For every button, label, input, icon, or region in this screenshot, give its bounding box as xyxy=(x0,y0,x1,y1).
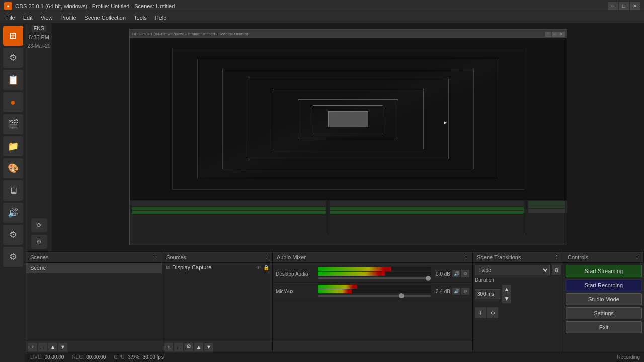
audio-mute-mic-btn[interactable]: 🔊 xyxy=(452,288,460,295)
transition-settings-btn[interactable]: ⚙ xyxy=(552,265,561,275)
menu-scene-collection[interactable]: Scene Collection xyxy=(80,12,130,23)
add-scene-btn[interactable]: + xyxy=(28,343,37,351)
menu-view[interactable]: View xyxy=(37,12,57,23)
source-name: Display Capture xyxy=(172,264,254,270)
recording-label: Recording xyxy=(617,354,640,360)
minimize-button[interactable]: ─ xyxy=(608,2,618,10)
audio-panel-menu[interactable]: ⋮ xyxy=(464,255,468,260)
source-settings-btn[interactable]: ⚙ xyxy=(184,343,193,351)
source-visibility-toggle[interactable]: 👁 xyxy=(256,265,261,270)
audio-track-desktop-label: Desktop Audio xyxy=(276,271,316,277)
audio-settings-mic-btn[interactable]: ⚙ xyxy=(461,288,469,295)
audio-track-desktop: Desktop Audio 0.0 dB xyxy=(273,265,472,283)
transitions-panel-menu[interactable]: ⋮ xyxy=(554,255,559,260)
menu-file[interactable]: File xyxy=(2,12,19,23)
audio-meter-desktop-left-fill xyxy=(318,267,391,271)
audio-settings-desktop-btn[interactable]: ⚙ xyxy=(461,270,469,277)
preview-area: OBS 25.0.1 (64-bit, windows) - Profile: … xyxy=(52,23,644,251)
menu-help[interactable]: Help xyxy=(151,12,171,23)
menu-edit[interactable]: Edit xyxy=(19,12,37,23)
sidebar-display[interactable]: 🖥 xyxy=(3,180,23,201)
sidebar-folder[interactable]: 📁 xyxy=(3,136,23,156)
cpu-status: CPU: 3.9%, 30.00 fps xyxy=(114,354,164,360)
transition-duration-input[interactable] xyxy=(475,289,500,299)
manage-transitions-btn[interactable]: ⚙ xyxy=(487,307,498,318)
sidebar-config[interactable]: ⚙ xyxy=(3,225,23,245)
sources-panel: 🖥 Display Capture 👁 🔒 + − ⚙ ▲ ▼ xyxy=(162,263,273,352)
source-item-display-capture[interactable]: 🖥 Display Capture 👁 🔒 xyxy=(162,263,272,272)
audio-meter-mic-right-fill xyxy=(318,289,352,293)
audio-volume-desktop-slider[interactable] xyxy=(318,277,431,279)
start-recording-btn[interactable]: Start Recording xyxy=(566,279,642,291)
transition-duration-row: Duration xyxy=(475,277,561,283)
audio-mute-desktop-btn[interactable]: 🔊 xyxy=(452,270,460,277)
studio-mode-btn[interactable]: Studio Mode xyxy=(566,293,642,305)
audio-panel-header: Audio Mixer ⋮ xyxy=(273,252,473,262)
scene-item[interactable]: Scene xyxy=(26,263,162,273)
panels-row: Scene + − ▲ ▼ 🖥 Display Capture xyxy=(26,263,644,352)
duration-increment-btn[interactable]: ▲ xyxy=(502,285,511,294)
date-display: 23-Mar-20 xyxy=(27,43,50,49)
audio-bottom-bar xyxy=(273,341,472,352)
main-layout: ⊞ ⚙ 📋 ● 🎬 📁 🎨 🖥 🔊 ⚙ ⚙ ENG 6:35 PM 23-Mar… xyxy=(0,23,644,362)
transition-btn[interactable]: ⟳ xyxy=(31,218,47,232)
obs-canvas: ▸ xyxy=(130,39,567,200)
audio-db-desktop: 0.0 dB xyxy=(433,271,450,277)
move-source-down-btn[interactable]: ▼ xyxy=(204,343,213,351)
sidebar-theme[interactable]: 🎨 xyxy=(3,158,23,178)
audio-panel: Desktop Audio 0.0 dB xyxy=(273,263,473,352)
nested-close[interactable]: ✕ xyxy=(558,32,565,37)
move-scene-up-btn[interactable]: ▲ xyxy=(48,343,57,351)
scenes-panel-menu[interactable]: ⋮ xyxy=(153,255,157,260)
duration-decrement-btn[interactable]: ▼ xyxy=(502,294,511,303)
window-controls: ─ □ ✕ xyxy=(608,2,640,10)
controls-panel-menu[interactable]: ⋮ xyxy=(635,255,639,260)
add-source-btn[interactable]: + xyxy=(164,343,173,351)
start-streaming-btn[interactable]: Start Streaming xyxy=(566,265,642,277)
sidebar-record[interactable]: ● xyxy=(3,92,23,112)
nested-maximize[interactable]: □ xyxy=(552,32,558,37)
remove-scene-btn[interactable]: − xyxy=(38,343,47,351)
source-lock-toggle[interactable]: 🔒 xyxy=(263,265,269,270)
left-info-bar: ENG 6:35 PM 23-Mar-20 ⟳ ⚙ xyxy=(26,23,52,251)
menu-profile[interactable]: Profile xyxy=(56,12,80,23)
sidebar-scenes[interactable]: 📋 xyxy=(3,70,23,90)
controls-panel-header: Controls ⋮ xyxy=(564,252,644,262)
sources-panel-header: Sources ⋮ xyxy=(162,252,273,262)
move-scene-down-btn[interactable]: ▼ xyxy=(58,343,67,351)
sidebar-settings[interactable]: ⚙ xyxy=(3,48,23,68)
maximize-button[interactable]: □ xyxy=(619,2,629,10)
cpu-value: 3.9%, xyxy=(128,354,141,360)
sources-panel-menu[interactable]: ⋮ xyxy=(264,255,268,260)
sidebar-home[interactable]: ⊞ xyxy=(3,26,23,46)
audio-volume-mic-slider[interactable] xyxy=(318,295,431,297)
audio-track-mic: Mic/Aux -3.4 dB xyxy=(273,283,472,300)
sidebar-media[interactable]: 🎬 xyxy=(3,114,23,134)
transition-duration-value-row: ▲ ▼ xyxy=(475,285,561,303)
panel-headers: Scenes ⋮ Sources ⋮ Audio Mixer ⋮ Scene T… xyxy=(26,252,644,263)
transition-type-select[interactable]: Fade Cut Swipe xyxy=(475,265,550,275)
duration-label: Duration xyxy=(475,277,494,283)
controls-panel: Start Streaming Start Recording Studio M… xyxy=(564,263,644,352)
sidebar-audio[interactable]: 🔊 xyxy=(3,203,23,223)
sources-bottom-bar: + − ⚙ ▲ ▼ xyxy=(162,341,272,352)
remove-source-btn[interactable]: − xyxy=(174,343,183,351)
settings-small-btn[interactable]: ⚙ xyxy=(31,235,47,249)
menu-tools[interactable]: Tools xyxy=(130,12,151,23)
settings-btn[interactable]: Settings xyxy=(566,307,642,319)
audio-meter-mic-right xyxy=(318,289,431,293)
audio-meter-desktop-left xyxy=(318,267,431,271)
titlebar: ● OBS 25.0.1 (64-bit, windows) - Profile… xyxy=(0,0,644,12)
content-area: ENG 6:35 PM 23-Mar-20 ⟳ ⚙ OBS 25.0.1 (64… xyxy=(26,23,644,362)
audio-controls-mic: 🔊 ⚙ xyxy=(452,288,469,295)
move-source-up-btn[interactable]: ▲ xyxy=(194,343,203,351)
exit-btn[interactable]: Exit xyxy=(566,321,642,333)
sidebar-extra[interactable]: ⚙ xyxy=(3,247,23,267)
add-transition-btn[interactable]: + xyxy=(475,307,486,318)
audio-meter-mic-left xyxy=(318,285,431,289)
close-button[interactable]: ✕ xyxy=(630,2,640,10)
status-bar: LIVE: 00:00:00 REC: 00:00:00 CPU: 3.9%, … xyxy=(26,352,644,362)
rec-status: REC: 00:00:00 xyxy=(72,354,106,360)
transitions-panel: Fade Cut Swipe ⚙ Duration ▲ ▼ xyxy=(473,263,564,352)
nested-minimize[interactable]: ─ xyxy=(545,32,551,37)
